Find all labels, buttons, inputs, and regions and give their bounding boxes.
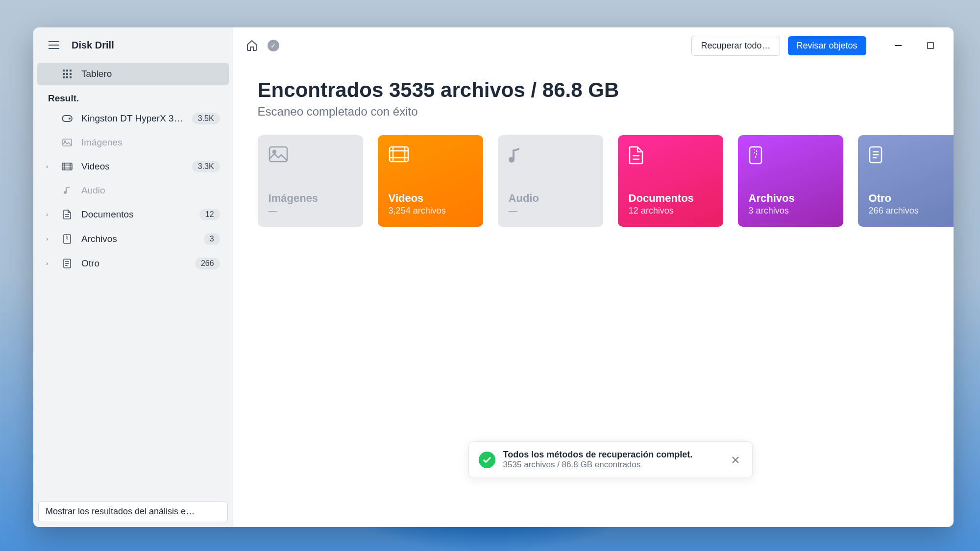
sidebar-item-label: Imágenes [81, 137, 220, 148]
success-check-icon [479, 452, 495, 468]
app-title: Disk Drill [72, 40, 114, 51]
video-icon [389, 146, 408, 166]
sidebar-nav: Tablero Result. Kingston DT HyperX 3… 3.… [33, 63, 233, 496]
menu-icon [49, 41, 59, 49]
archive-icon [749, 146, 768, 166]
card-otro[interactable]: Otro 266 archivos [858, 135, 954, 227]
card-count: — [509, 206, 592, 216]
sidebar-item-label: Archivos [81, 234, 195, 244]
svg-rect-6 [63, 76, 65, 78]
sidebar-item-label: Videos [81, 161, 183, 172]
sidebar-item-documentos[interactable]: › Documentos 12 [37, 203, 229, 226]
svg-rect-8 [70, 76, 72, 78]
card-videos[interactable]: Videos 3,254 archivos [378, 135, 483, 227]
close-icon [732, 456, 739, 464]
toast-close-button[interactable] [729, 453, 742, 467]
sidebar-item-count: 3 [204, 233, 220, 245]
sidebar-item-count: 3.5K [192, 113, 220, 124]
file-icon [62, 258, 73, 269]
document-icon [629, 146, 648, 166]
results-heading: Encontrados 3535 archivos / 86.8 GB [258, 78, 954, 102]
sidebar-item-label: Kingston DT HyperX 3… [81, 113, 183, 124]
card-imagenes[interactable]: Imágenes — [258, 135, 363, 227]
grid-icon [62, 69, 73, 79]
video-icon [62, 161, 73, 172]
toast-title: Todos los métodos de recuperación comple… [503, 450, 721, 460]
toast-subtitle: 3535 archivos / 86.8 GB encontrados [503, 460, 721, 470]
image-icon [269, 146, 288, 166]
archive-icon [62, 234, 73, 244]
content-area: Encontrados 3535 archivos / 86.8 GB Esca… [233, 64, 954, 241]
drive-icon [62, 113, 73, 124]
card-count: — [269, 206, 352, 216]
card-count: 12 archivos [629, 206, 712, 216]
card-count: 266 archivos [869, 206, 953, 216]
hamburger-menu-button[interactable] [45, 36, 63, 54]
category-cards: Imágenes — Videos 3,254 archivos Audio — [258, 135, 954, 227]
app-window: Disk Drill Tablero Result. Kingston DT H… [33, 27, 954, 527]
window-controls [884, 35, 954, 56]
svg-rect-1 [66, 70, 68, 72]
sidebar-footer: Mostrar los resultados del análisis e… [33, 496, 233, 527]
minimize-icon [895, 45, 902, 46]
results-subtitle: Escaneo completado con éxito [258, 105, 954, 119]
card-audio[interactable]: Audio — [498, 135, 603, 227]
close-button[interactable] [949, 35, 954, 56]
chevron-right-icon: › [46, 260, 53, 267]
maximize-button[interactable] [916, 35, 945, 56]
sidebar-item-tablero[interactable]: Tablero [37, 63, 229, 85]
sidebar-header: Disk Drill [33, 27, 233, 63]
card-title: Imágenes [269, 192, 352, 205]
main-content: ✓ Recuperar todo… Revisar objetos Encont… [233, 27, 954, 527]
svg-rect-0 [63, 70, 65, 72]
svg-point-10 [69, 118, 70, 119]
toast-body: Todos los métodos de recuperación comple… [503, 450, 721, 470]
chevron-right-icon: › [46, 163, 53, 170]
topbar: ✓ Recuperar todo… Revisar objetos [233, 27, 954, 64]
toast-notification: Todos los métodos de recuperación comple… [468, 441, 753, 478]
svg-rect-4 [66, 73, 68, 75]
recover-all-button[interactable]: Recuperar todo… [691, 36, 780, 56]
review-objects-button[interactable]: Revisar objetos [788, 36, 866, 55]
sidebar-item-otro[interactable]: › Otro 266 [37, 252, 229, 275]
document-icon [62, 209, 73, 220]
card-count: 3 archivos [749, 206, 833, 216]
status-check-icon: ✓ [268, 40, 279, 51]
card-title: Videos [389, 192, 472, 205]
card-documentos[interactable]: Documentos 12 archivos [618, 135, 723, 227]
svg-rect-2 [70, 70, 72, 72]
svg-rect-21 [750, 147, 761, 164]
sidebar-item-label: Audio [81, 185, 220, 196]
card-title: Audio [509, 192, 592, 205]
music-note-icon [62, 185, 73, 196]
svg-rect-14 [64, 235, 71, 243]
card-count: 3,254 archivos [389, 206, 472, 216]
card-title: Archivos [749, 192, 833, 205]
card-title: Otro [869, 192, 953, 205]
sidebar-item-label: Documentos [81, 209, 191, 220]
maximize-icon [927, 42, 934, 49]
sidebar-item-imagenes[interactable]: Imágenes [37, 131, 229, 154]
svg-rect-5 [70, 73, 72, 75]
sidebar-item-count: 266 [195, 258, 220, 269]
svg-rect-18 [270, 147, 287, 162]
sidebar-section-label: Result. [37, 86, 229, 107]
show-results-button[interactable]: Mostrar los resultados del análisis e… [38, 501, 228, 522]
sidebar-item-videos[interactable]: › Videos 3.3K [37, 155, 229, 178]
sidebar-item-count: 3.3K [192, 161, 220, 172]
minimize-button[interactable] [884, 35, 912, 56]
sidebar-item-drive[interactable]: Kingston DT HyperX 3… 3.5K [37, 107, 229, 130]
image-icon [62, 137, 73, 148]
svg-rect-3 [63, 73, 65, 75]
music-note-icon [509, 146, 528, 166]
card-title: Documentos [629, 192, 712, 205]
svg-rect-17 [928, 43, 933, 48]
sidebar-item-archivos[interactable]: › Archivos 3 [37, 227, 229, 251]
file-icon [869, 146, 888, 166]
svg-point-19 [273, 150, 276, 153]
card-archivos[interactable]: Archivos 3 archivos [738, 135, 843, 227]
sidebar-item-audio[interactable]: Audio [37, 179, 229, 202]
home-button[interactable] [244, 38, 260, 53]
chevron-right-icon: › [46, 211, 53, 218]
svg-rect-16 [895, 45, 902, 46]
